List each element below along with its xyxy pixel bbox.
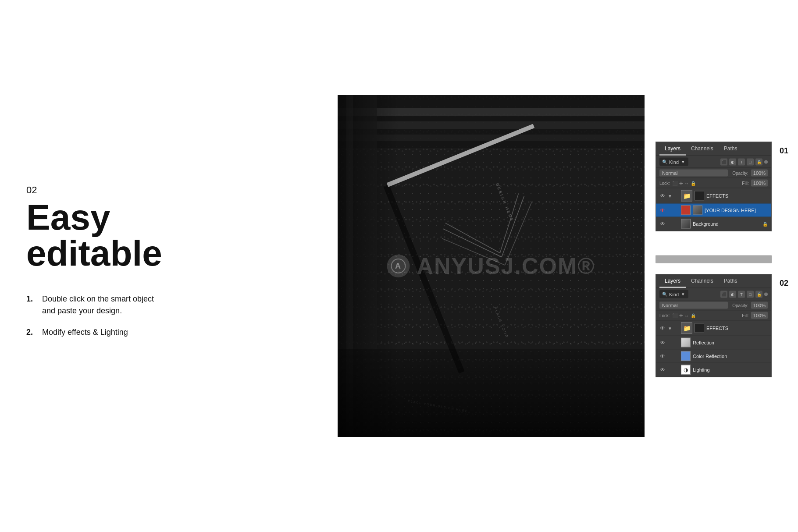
panel1-tab-channels[interactable]: Channels [686, 142, 719, 156]
design-thumb-img [693, 206, 702, 215]
panel1-filter-icons: ⬛ ◐ T □ 🔒 [720, 158, 768, 165]
panel1-lock-label: Lock: [659, 181, 670, 185]
panel2-tab-channels[interactable]: Channels [686, 275, 719, 288]
panel1-layer-background[interactable]: 👁 Background 🔒 [656, 217, 771, 231]
bg-thumb [681, 219, 691, 229]
instruction-item-2: 2. Modify effects & Lighting [26, 326, 158, 338]
panel2-tab-paths[interactable]: Paths [719, 275, 743, 288]
panel1: Layers Channels Paths 🔍 Kind ▾ ⬛ ◐ T □ 🔒 [656, 142, 772, 231]
smart-filter-icon-2[interactable]: 🔒 [755, 291, 762, 298]
smart-filter-icon[interactable]: 🔒 [755, 158, 762, 165]
panel2-layer-lighting[interactable]: 👁 ◑ Lighting [656, 363, 771, 377]
watermark: A ANYUSJ.COM® [387, 253, 595, 279]
lock-position-icon-2[interactable]: ✛ [679, 313, 683, 318]
instruction-num-1: 1. [26, 293, 35, 317]
panel1-layer-design[interactable]: 👁 [YOUR DESIGN HERE] [656, 204, 771, 217]
adjustment-filter-icon-2[interactable]: ◐ [729, 291, 736, 298]
panel1-fill-value[interactable]: 100% [751, 180, 768, 187]
effects-thumb: 📁 [681, 190, 692, 202]
reflection-thumb [681, 338, 691, 348]
instruction-item-1: 1. Double click on the smart object and … [26, 293, 158, 317]
type-filter-icon-2[interactable]: T [738, 291, 745, 298]
expand-icon-effects[interactable]: ▼ [668, 193, 672, 198]
pixel-filter-icon[interactable]: ⬛ [720, 158, 727, 165]
lock-position-icon[interactable]: ✛ [679, 181, 683, 185]
folder-icon: 📁 [683, 192, 691, 199]
effects-mask-thumb [695, 191, 704, 201]
lock-artboard-icon[interactable]: ↔ [684, 181, 689, 185]
eye-icon-bg[interactable]: 👁 [659, 221, 666, 227]
eye-icon-reflection[interactable]: 👁 [659, 340, 666, 346]
panel2-layer-reflection[interactable]: 👁 Reflection [656, 336, 771, 350]
lock-artboard-icon-2[interactable]: ↔ [684, 313, 689, 318]
panel2-filter: 🔍 Kind ▾ ⬛ ◐ T □ 🔒 [656, 288, 771, 301]
pixel-filter-icon-2[interactable]: ⬛ [720, 291, 727, 298]
panel1-search[interactable]: 🔍 Kind ▾ [659, 158, 688, 166]
panel1-layer-effects[interactable]: 👁 ▼ 📁 EFFECTS [656, 188, 771, 204]
panel2: Layers Channels Paths 🔍 Kind ▾ ⬛ ◐ T □ 🔒 [656, 274, 772, 377]
color-reflection-layer-name: Color Reflection [693, 354, 768, 359]
lock-pixels-icon-2[interactable]: ⬛ [672, 313, 677, 318]
svg-text:A: A [395, 262, 402, 270]
lock-pixels-icon[interactable]: ⬛ [672, 181, 677, 185]
adjustment-filter-icon[interactable]: ◐ [729, 158, 736, 165]
search-icon: 🔍 [662, 160, 667, 164]
reflection-layer-name: Reflection [693, 340, 768, 345]
effects-thumb-2: 📁 [681, 323, 692, 334]
panel2-tabs: Layers Channels Paths [656, 275, 771, 288]
shape-filter-icon[interactable]: □ [747, 158, 754, 165]
filter-dot [764, 160, 768, 163]
expand-icon-effects-2[interactable]: ▼ [668, 326, 672, 330]
panel1-lock-row: Lock: ⬛ ✛ ↔ 🔒 Fill: 100% [656, 178, 771, 188]
panel1-tab-layers[interactable]: Layers [659, 142, 686, 156]
panel1-opacity-value[interactable]: 100% [751, 170, 768, 177]
panel2-layer-effects[interactable]: 👁 ▼ 📁 EFFECTS [656, 321, 771, 336]
panel2-opacity-label: Opacity: [732, 303, 748, 308]
panel2-lock-label: Lock: [659, 313, 670, 318]
eye-icon-effects[interactable]: 👁 [659, 193, 666, 199]
panel2-layer-color-reflection[interactable]: 👁 Color Reflection [656, 350, 771, 363]
type-filter-icon[interactable]: T [738, 158, 745, 165]
panel2-wrapper: Layers Channels Paths 🔍 Kind ▾ ⬛ ◐ T □ 🔒 [656, 274, 772, 390]
instruction-text-2: Modify effects & Lighting [42, 326, 128, 338]
instructions-list: 1. Double click on the smart object and … [26, 293, 158, 348]
bg-layer-name: Background [693, 221, 760, 227]
panel2-blend-select[interactable]: Normal [659, 302, 728, 309]
panel2-tab-layers[interactable]: Layers [659, 275, 686, 288]
panel2-opacity-value[interactable]: 100% [751, 302, 768, 309]
panel2-search[interactable]: 🔍 Kind ▾ [659, 290, 688, 298]
lighting-icon: ◑ [684, 367, 688, 373]
effects-layer-name-2: EFFECTS [706, 326, 768, 331]
eye-icon-lighting[interactable]: 👁 [659, 367, 666, 373]
bg-lock-icon: 🔒 [762, 221, 768, 226]
shape-filter-icon-2[interactable]: □ [747, 291, 754, 298]
panel1-tab-paths[interactable]: Paths [719, 142, 743, 156]
eye-icon-color-reflection[interactable]: 👁 [659, 353, 666, 359]
panel1-lock-icons: ⬛ ✛ ↔ 🔒 [672, 181, 696, 185]
eye-icon-effects-2[interactable]: 👁 [659, 325, 666, 331]
filter-dropdown-arrow-2[interactable]: ▾ [680, 291, 686, 298]
effects-layer-name: EFFECTS [706, 193, 768, 199]
watermark-text: ANYUSJ.COM® [417, 253, 595, 279]
lock-all-icon[interactable]: 🔒 [691, 181, 696, 185]
watermark-logo: A [387, 255, 410, 277]
panel1-number: 01 [780, 146, 788, 156]
instruction-text-1: Double click on the smart object and pas… [42, 293, 158, 317]
panel2-lock-icons: ⬛ ✛ ↔ 🔒 [672, 313, 696, 318]
eye-icon-design[interactable]: 👁 [659, 207, 666, 213]
lighting-layer-name: Lighting [693, 367, 768, 372]
panel2-lock-row: Lock: ⬛ ✛ ↔ 🔒 Fill: 100% [656, 311, 771, 321]
filter-dropdown-arrow[interactable]: ▾ [680, 159, 686, 165]
panel2-fill-value[interactable]: 100% [751, 312, 768, 319]
right-panels: Layers Channels Paths 🔍 Kind ▾ ⬛ ◐ T □ 🔒 [656, 142, 772, 390]
panel-divider [656, 255, 772, 263]
instruction-num-2: 2. [26, 326, 35, 338]
color-reflection-thumb [681, 351, 691, 361]
panel2-filter-icons: ⬛ ◐ T □ 🔒 [720, 291, 768, 298]
panel1-opacity-label: Opacity: [732, 170, 748, 175]
lock-all-icon-2[interactable]: 🔒 [691, 313, 696, 318]
panel2-filter-kind: Kind [669, 291, 679, 297]
panel1-blend-select[interactable]: Normal [659, 170, 728, 177]
panel1-filter-kind: Kind [669, 159, 679, 164]
left-panel: 02 Easy editable 1. Double click on the … [0, 0, 184, 532]
